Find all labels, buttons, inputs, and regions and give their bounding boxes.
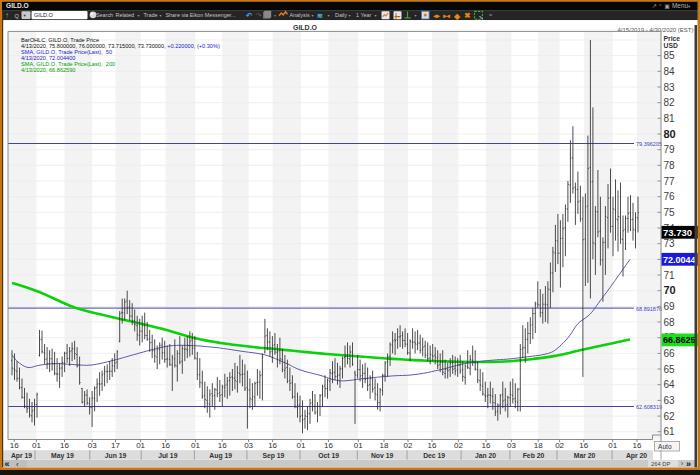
svg-text:02: 02 [404, 441, 413, 450]
svg-text:16: 16 [324, 441, 333, 450]
svg-text:Share via Eikon Messenger...: Share via Eikon Messenger... [166, 12, 236, 18]
svg-text:16: 16 [268, 441, 277, 450]
svg-text:18: 18 [380, 441, 389, 450]
svg-text:✖: ✖ [464, 11, 470, 20]
svg-text:GILD.O: GILD.O [34, 12, 54, 18]
svg-text:16: 16 [579, 441, 588, 450]
svg-text:63: 63 [664, 395, 676, 406]
svg-text:16: 16 [218, 441, 227, 450]
svg-text:Related: Related [116, 12, 135, 18]
svg-text:01: 01 [32, 441, 41, 450]
svg-text:Apr 19: Apr 19 [11, 452, 32, 460]
svg-text:›: › [681, 460, 683, 467]
svg-text:▣: ▣ [665, 3, 670, 9]
svg-text:May 19: May 19 [51, 452, 74, 460]
svg-text:80: 80 [664, 128, 676, 140]
svg-text:4/13/2020, 72.004400: 4/13/2020, 72.004400 [21, 55, 75, 61]
svg-text:GILD.O: GILD.O [293, 24, 318, 31]
svg-text:Sep 19: Sep 19 [262, 452, 284, 460]
svg-text:Jun 19: Jun 19 [105, 452, 127, 459]
svg-text:01: 01 [297, 441, 306, 450]
svg-text:↑: ↑ [5, 11, 9, 20]
svg-text:Nov 19: Nov 19 [371, 452, 394, 459]
svg-text:Analysis: Analysis [290, 12, 310, 18]
svg-text:61: 61 [664, 426, 676, 437]
svg-text:▾: ▾ [138, 13, 140, 18]
svg-text:79: 79 [664, 144, 676, 155]
svg-text:01: 01 [191, 441, 200, 450]
svg-text:Dec 19: Dec 19 [423, 452, 445, 459]
svg-text:66: 66 [664, 348, 676, 359]
svg-text:72.0044: 72.0044 [663, 255, 696, 265]
svg-text:65: 65 [664, 364, 676, 375]
svg-text:4/15/2019 - 4/30/2020 (EST): 4/15/2019 - 4/30/2020 (EST) [617, 27, 693, 33]
svg-text:75: 75 [664, 207, 676, 218]
svg-text:Apr 20: Apr 20 [626, 452, 647, 460]
svg-text:▾: ▾ [274, 13, 276, 18]
svg-text:83: 83 [664, 82, 676, 93]
svg-text:▸◂: ▸◂ [442, 12, 450, 19]
svg-text:18: 18 [534, 441, 543, 450]
svg-text:02: 02 [555, 441, 564, 450]
svg-text:1 Year: 1 Year [356, 12, 371, 18]
svg-text:16: 16 [10, 441, 19, 450]
svg-text:▾: ▾ [312, 13, 314, 18]
svg-text:02: 02 [454, 441, 463, 450]
svg-text:Q: Q [15, 13, 20, 19]
svg-text:69: 69 [664, 301, 676, 312]
svg-text:17: 17 [111, 441, 120, 450]
svg-text:62.608319: 62.608319 [636, 404, 662, 410]
svg-text:03: 03 [507, 441, 516, 450]
svg-text:81: 81 [664, 113, 676, 124]
svg-text:73.730: 73.730 [663, 227, 692, 238]
svg-text:77: 77 [664, 176, 676, 187]
svg-text:71: 71 [664, 270, 676, 281]
svg-text:16: 16 [633, 441, 642, 450]
svg-text:4/13/2020, 66.862590: 4/13/2020, 66.862590 [21, 67, 75, 73]
svg-text:79.396205: 79.396205 [636, 141, 662, 147]
svg-text:◆: ◆ [454, 12, 461, 21]
svg-text:03: 03 [244, 441, 253, 450]
svg-text:Menu: Menu [672, 2, 688, 9]
svg-text:73: 73 [664, 238, 676, 249]
svg-text:16: 16 [60, 441, 69, 450]
svg-text:Jan 20: Jan 20 [475, 452, 496, 459]
svg-text:01: 01 [608, 441, 617, 450]
svg-text:68: 68 [664, 317, 676, 328]
svg-text:≋: ≋ [317, 12, 323, 19]
svg-text:Auto: Auto [658, 443, 672, 450]
svg-text:64: 64 [664, 379, 676, 390]
svg-text:=: = [489, 12, 492, 18]
svg-text:01: 01 [354, 441, 363, 450]
svg-text:GILD.O: GILD.O [6, 2, 29, 9]
svg-text:▾: ▾ [349, 13, 351, 18]
svg-text:70: 70 [664, 284, 676, 296]
svg-text:16: 16 [482, 441, 491, 450]
svg-text:84: 84 [664, 66, 676, 77]
svg-text:66.8625: 66.8625 [663, 335, 696, 345]
svg-text:62: 62 [664, 411, 676, 422]
svg-text:▾: ▾ [415, 13, 417, 18]
svg-text:◂▸: ◂▸ [432, 12, 440, 19]
svg-text:264 DP: 264 DP [651, 461, 670, 467]
svg-text:Mar 20: Mar 20 [574, 452, 596, 459]
svg-text:Aug 19: Aug 19 [209, 452, 232, 460]
svg-text:↶: ↶ [245, 11, 253, 20]
svg-text:Feb 20: Feb 20 [523, 452, 545, 459]
svg-text:Search: Search [96, 12, 113, 18]
svg-text:4/13/2020, 75.800000, 76.00000: 4/13/2020, 75.800000, 76.000000, 73.7150… [21, 43, 220, 49]
svg-text:Trade: Trade [144, 12, 158, 18]
svg-text:82: 82 [664, 97, 676, 108]
svg-text:01: 01 [136, 441, 145, 450]
svg-text:03: 03 [88, 441, 97, 450]
svg-text:▾: ▾ [375, 13, 377, 18]
svg-text:85: 85 [664, 50, 676, 61]
svg-text:Jul 19: Jul 19 [158, 452, 177, 459]
svg-text:↷: ↷ [256, 11, 263, 20]
svg-text:▾: ▾ [160, 13, 162, 18]
svg-text:▾: ▾ [328, 13, 330, 18]
svg-text:Price: Price [664, 35, 681, 42]
svg-text:USD: USD [664, 42, 678, 49]
svg-text:Oct 19: Oct 19 [318, 452, 339, 459]
svg-text:16: 16 [161, 441, 170, 450]
